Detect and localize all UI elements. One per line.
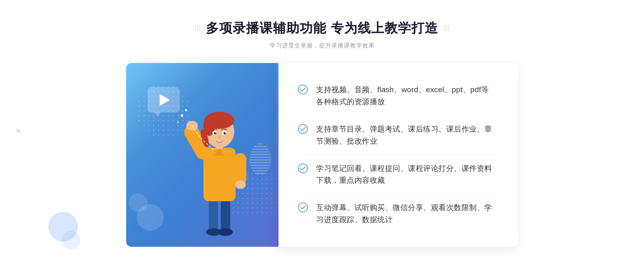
feature-text-4: 互动弹幕、试听购买、微信分享、观看次数限制、学习进度跟踪、数据统计 bbox=[316, 202, 496, 226]
svg-point-9 bbox=[235, 180, 246, 189]
svg-point-14 bbox=[206, 122, 214, 133]
svg-point-22 bbox=[218, 137, 221, 138]
svg-point-26 bbox=[185, 109, 187, 111]
svg-point-27 bbox=[298, 85, 308, 94]
page-container: 多项录播课辅助功能 专为线上教学打造 学习进度全掌握，提升录播课教学效果 bbox=[0, 3, 644, 257]
check-circle-icon-1 bbox=[298, 84, 308, 95]
svg-point-20 bbox=[215, 132, 216, 133]
character-illustration bbox=[174, 86, 265, 247]
check-circle-icon-3 bbox=[298, 163, 308, 173]
svg-point-29 bbox=[298, 164, 308, 173]
svg-point-18 bbox=[214, 132, 217, 135]
chevrons-left: » bbox=[16, 126, 20, 135]
svg-point-28 bbox=[298, 124, 308, 133]
feature-item-4: 互动弹幕、试听购买、微信分享、观看次数限制、学习进度跟踪、数据统计 bbox=[298, 194, 496, 233]
illustration-area bbox=[126, 63, 276, 247]
semi-circle-2 bbox=[129, 193, 148, 212]
svg-rect-0 bbox=[209, 199, 218, 233]
svg-rect-8 bbox=[234, 153, 246, 185]
svg-point-25 bbox=[177, 121, 179, 123]
svg-point-3 bbox=[218, 228, 233, 236]
feature-item-2: 支持章节目录、弹题考试、课后练习、课后作业、章节测验、批改作业 bbox=[298, 116, 496, 155]
circle-decoration-2 bbox=[62, 231, 80, 249]
content-area: 支持视频、音频、flash、word、excel、ppt、pdf等各种格式的资源… bbox=[126, 63, 518, 247]
chevron-icon-1: » bbox=[16, 126, 20, 135]
svg-point-21 bbox=[225, 132, 226, 133]
svg-point-30 bbox=[298, 203, 308, 212]
header-section: 多项录播课辅助功能 专为线上教学打造 学习进度全掌握，提升录播课教学效果 bbox=[195, 20, 449, 50]
svg-point-19 bbox=[224, 132, 226, 135]
feature-text-2: 支持章节目录、弹题考试、课后练习、课后作业、章节测验、批改作业 bbox=[316, 123, 496, 147]
page-subtitle: 学习进度全掌握，提升录播课教学效果 bbox=[195, 42, 449, 50]
check-circle-icon-2 bbox=[298, 124, 308, 134]
title-deco-right bbox=[444, 25, 449, 31]
title-deco-left bbox=[195, 25, 200, 31]
feature-item-1: 支持视频、音频、flash、word、excel、ppt、pdf等各种格式的资源… bbox=[298, 76, 496, 116]
svg-rect-23 bbox=[188, 121, 192, 130]
feature-item-3: 学习笔记回看、课程提问、课程评论打分、课件资料下载，重点内容收藏 bbox=[298, 155, 496, 195]
feature-text-1: 支持视频、音频、flash、word、excel、ppt、pdf等各种格式的资源… bbox=[316, 84, 496, 108]
svg-rect-1 bbox=[221, 199, 230, 233]
feature-text-3: 学习笔记回看、课程提问、课程评论打分、课件资料下载，重点内容收藏 bbox=[316, 163, 496, 187]
check-circle-icon-4 bbox=[298, 202, 308, 212]
page-title: 多项录播课辅助功能 专为线上教学打造 bbox=[206, 20, 438, 37]
play-icon bbox=[160, 94, 170, 106]
features-area: 支持视频、音频、flash、word、excel、ppt、pdf等各种格式的资源… bbox=[276, 63, 518, 247]
svg-point-24 bbox=[181, 114, 183, 117]
